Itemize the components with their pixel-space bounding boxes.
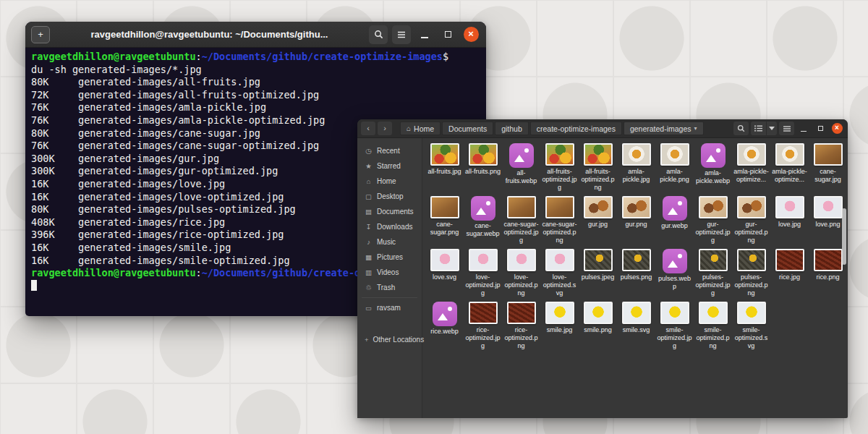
search-icon[interactable] (733, 122, 749, 135)
file-thumbnail (699, 196, 728, 218)
file-item[interactable]: all-fruits-optimized.jpg (540, 142, 579, 195)
file-item[interactable]: gur-optimized.jpg (694, 195, 732, 247)
file-item[interactable]: love-optimized.jpg (464, 247, 502, 300)
file-size: 300K (31, 165, 78, 178)
breadcrumb-label: Documents (448, 124, 487, 133)
breadcrumb-segment[interactable]: github▾ (495, 122, 529, 135)
file-item[interactable]: smile.png (579, 300, 617, 353)
file-thumbnail (622, 196, 651, 218)
file-item[interactable]: all-fruits.webp (502, 142, 540, 195)
new-tab-icon[interactable]: + (31, 26, 50, 43)
sidebar-item[interactable]: ▭ravsam (357, 300, 422, 315)
file-item[interactable]: gur-optimized.png (732, 195, 770, 247)
menu-icon[interactable] (392, 25, 411, 44)
breadcrumb-segment[interactable]: create-optimize-images▾ (530, 122, 622, 135)
file-item[interactable]: cane-sugar.jpg (809, 142, 847, 195)
file-item[interactable]: all-fruits-optimized.png (579, 142, 617, 195)
plus-icon: + (365, 336, 369, 344)
scrollbar-thumb[interactable] (842, 208, 846, 265)
file-item[interactable]: love-optimized.png (502, 247, 540, 300)
file-item[interactable]: pulses.jpeg (579, 247, 617, 300)
file-item[interactable]: rice-optimized.jpg (464, 300, 502, 353)
terminal-titlebar[interactable]: + ravgeetdhillon@ravgeetubuntu: ~/Docume… (25, 22, 486, 48)
forward-icon[interactable]: › (378, 122, 392, 135)
sidebar-item[interactable]: ◷Recent (357, 143, 422, 158)
view-list-icon[interactable] (751, 122, 766, 135)
minimize-icon[interactable] (796, 122, 811, 136)
file-path: generated-images/rice-optimized.jpg (78, 229, 284, 240)
file-item[interactable]: rice.webp (425, 300, 464, 353)
file-item[interactable]: smile.svg (617, 300, 655, 353)
file-item[interactable]: gur.jpg (579, 195, 617, 247)
file-item[interactable]: smile-optimized.png (694, 300, 732, 353)
terminal-cursor (31, 280, 37, 291)
file-item[interactable]: gur.png (617, 195, 655, 247)
back-icon[interactable]: ‹ (361, 122, 375, 135)
file-item[interactable]: pulses-optimized.png (732, 247, 770, 300)
picture-icon: ▦ (365, 253, 373, 261)
file-item[interactable]: love-optimized.svg (540, 247, 579, 300)
file-item[interactable]: cane-sugar.webp (464, 195, 502, 247)
file-thumbnail (507, 196, 536, 218)
file-path: generated-images/cane-sugar.jpg (78, 127, 260, 139)
sidebar-item[interactable]: ★Starred (357, 158, 422, 174)
file-thumbnail (584, 196, 613, 218)
file-name-label: love.png (815, 221, 840, 229)
file-thumbnail (469, 249, 498, 271)
menu-icon[interactable] (779, 122, 794, 135)
file-item[interactable]: amla-pickle-optimize... (732, 142, 770, 195)
sidebar-item[interactable]: ♪Music (357, 234, 422, 250)
breadcrumb-segment[interactable]: ⌂Home▾ (400, 122, 441, 135)
file-item[interactable]: amla-pickle.webp (694, 142, 732, 195)
sidebar-item[interactable]: ▥Videos (357, 265, 422, 280)
file-path: generated-images/all-fruits-optimized.jp… (78, 89, 319, 101)
breadcrumb-label: generated-images (630, 124, 692, 133)
file-item[interactable]: love.svg (425, 247, 464, 300)
file-item[interactable]: all-fruits.jpg (425, 142, 464, 195)
close-icon[interactable]: × (461, 25, 480, 44)
breadcrumb-segment[interactable]: generated-images▾ (624, 122, 704, 135)
maximize-icon[interactable] (438, 25, 457, 44)
file-item[interactable]: love.jpg (770, 195, 809, 247)
file-item[interactable]: cane-sugar-optimized.jpg (502, 195, 540, 247)
file-size: 300K (31, 153, 78, 166)
files-headerbar[interactable]: ‹ › ⌂Home▾Documents▾github▾create-optimi… (357, 119, 848, 138)
sidebar-item[interactable]: ▦Pictures (357, 250, 422, 265)
maximize-icon[interactable] (813, 122, 827, 136)
sidebar-item[interactable]: ↧Downloads (357, 219, 422, 234)
desktop-icon: ▢ (365, 192, 373, 200)
file-item[interactable]: smile-optimized.jpg (655, 300, 694, 353)
file-path: generated-images/smile-optimized.jpg (78, 255, 290, 266)
file-item[interactable]: pulses-optimized.jpg (694, 247, 732, 300)
chevron-down-icon[interactable] (766, 122, 777, 135)
sidebar-item[interactable]: ⌂Home (357, 174, 422, 189)
file-thumbnail (775, 249, 804, 271)
file-item[interactable]: rice.jpg (770, 247, 809, 300)
file-item[interactable]: pulses.png (617, 247, 655, 300)
file-name-label: rice-optimized.png (503, 326, 540, 350)
sidebar-item[interactable]: ♲Trash (357, 280, 422, 295)
search-icon[interactable] (369, 25, 388, 44)
file-thumbnail (699, 302, 728, 324)
sidebar-item[interactable]: ▢Desktop (357, 189, 422, 204)
file-item[interactable]: all-fruits.png (464, 142, 502, 195)
file-item[interactable]: pulses.webp (655, 247, 694, 300)
file-item[interactable]: smile-optimized.svg (732, 300, 770, 353)
file-item[interactable]: amla-pickle.jpg (617, 142, 655, 195)
file-item[interactable]: cane-sugar-optimized.png (540, 195, 579, 247)
file-item[interactable]: amla-pickle.png (655, 142, 694, 195)
files-content[interactable]: all-fruits.jpgall-fruits.pngall-fruits.w… (422, 138, 848, 418)
file-item[interactable]: rice-optimized.png (502, 300, 540, 353)
file-thumbnail (430, 249, 459, 271)
file-item[interactable]: smile.jpg (540, 300, 579, 353)
file-thumbnail (545, 302, 574, 324)
breadcrumb-segment[interactable]: Documents▾ (442, 122, 493, 135)
file-item[interactable]: cane-sugar.png (425, 195, 464, 247)
minimize-icon[interactable] (415, 25, 434, 44)
file-item[interactable]: gur.webp (655, 195, 694, 247)
close-icon[interactable]: × (830, 122, 844, 136)
file-size: 72K (31, 89, 78, 102)
sidebar-item[interactable]: +Other Locations (357, 332, 422, 347)
sidebar-item[interactable]: ▤Documents (357, 204, 422, 219)
file-item[interactable]: amla-pickle-optimize... (770, 142, 809, 195)
